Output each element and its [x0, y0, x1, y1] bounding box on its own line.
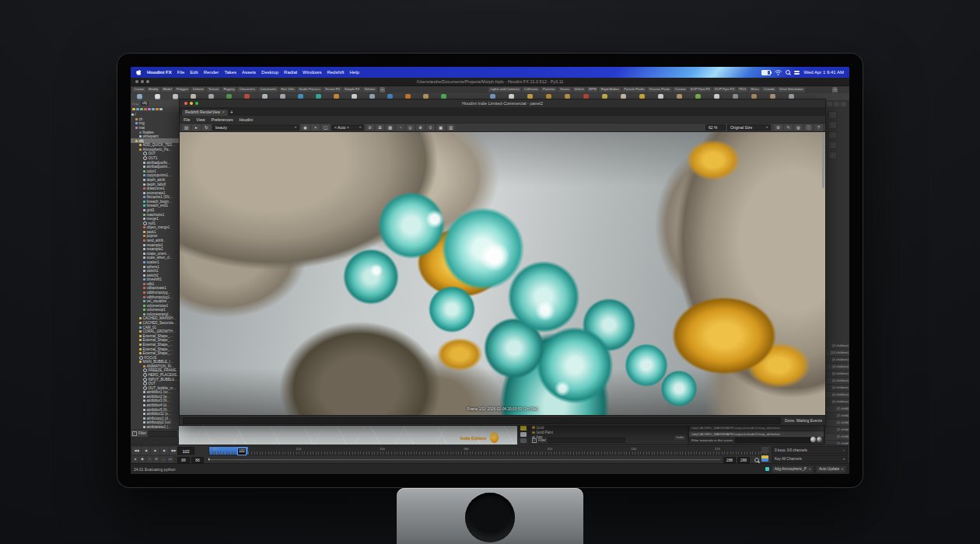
material-sphere-dark-icon[interactable]: [817, 437, 822, 442]
filter-dop-icon[interactable]: [144, 108, 147, 111]
toolbar-icon[interactable]: ⊘: [366, 124, 374, 131]
active-app-menu[interactable]: Houdini FX: [147, 70, 172, 75]
auto-mode-select[interactable]: < Auto >▾: [331, 124, 364, 131]
shelf-tab[interactable]: SOP Pyro FX: [688, 87, 712, 92]
menubar-menu-item[interactable]: Redshift: [327, 70, 344, 75]
add-shelf-tab-button[interactable]: +: [380, 87, 385, 92]
shelf-tab[interactable]: MPM: [586, 87, 598, 92]
window-traffic-lights[interactable]: [184, 102, 198, 105]
shelf-tab[interactable]: Wires: [749, 87, 761, 92]
children-count-row[interactable]: (0 children): [825, 385, 849, 392]
shelf-tab[interactable]: Crowds: [761, 87, 776, 92]
playback-end-field[interactable]: 288: [723, 457, 736, 463]
shelf-tab[interactable]: Particle Fluids: [622, 87, 646, 92]
toolbar-icon[interactable]: ▦: [386, 124, 394, 131]
shelf-tab[interactable]: PDG: [737, 87, 748, 92]
renderview-menu-item[interactable]: Preferences: [212, 117, 233, 122]
global-start-field[interactable]: 88: [177, 457, 190, 463]
search-icon[interactable]: [786, 70, 790, 75]
toolbar-icon[interactable]: ◔: [396, 124, 404, 131]
toolbar-icon[interactable]: ◉: [301, 124, 310, 131]
data-tree-icon[interactable]: [828, 152, 837, 159]
close-tab-icon[interactable]: ×: [222, 110, 225, 116]
toolbar-icon[interactable]: ✎: [784, 124, 793, 131]
material-sphere-icon[interactable]: [810, 437, 816, 442]
render-pass-select[interactable]: beauty▾: [212, 124, 299, 131]
shelf-tab[interactable]: Lights and Cameras: [488, 87, 521, 92]
scene-material-row[interactable]: /obj/CACHED_MAINSHAPE/uvquickshade2/shop…: [689, 431, 824, 438]
playhead-frame-chip[interactable]: 102: [237, 448, 247, 455]
rendered-image[interactable]: Frame 102: 2026-02-06 20:03:50 (1m:54s): [180, 132, 825, 415]
image-size-select[interactable]: Original Size▾: [727, 124, 771, 131]
shelf-tab[interactable]: Deform: [191, 87, 205, 92]
back-icon[interactable]: ◅: [132, 102, 135, 106]
menubar-menu-item[interactable]: Windows: [303, 70, 321, 75]
children-count-row[interactable]: (0 children): [825, 364, 849, 371]
toolbar-icon[interactable]: ◍: [794, 124, 803, 131]
shelf-tab[interactable]: Rigid Bodies: [599, 87, 621, 92]
keyframe-color-icon[interactable]: [761, 455, 768, 462]
filter-mat-icon[interactable]: [148, 108, 151, 111]
children-count-row[interactable]: (1 child): [825, 413, 849, 420]
forward-icon[interactable]: ▻: [136, 102, 138, 106]
toolbar-icon[interactable]: ⊕: [416, 124, 425, 131]
filter-obj-icon[interactable]: [132, 108, 135, 111]
shelf-tab[interactable]: Hair Utils: [279, 87, 296, 92]
pane-menu-icon[interactable]: [827, 102, 832, 106]
renderview-menu-item[interactable]: View: [196, 117, 205, 122]
shelf-tab[interactable]: Polygon: [174, 87, 190, 92]
menubar-menu-item[interactable]: Radial: [284, 70, 297, 75]
renderview-menu-item[interactable]: Houdini: [240, 117, 254, 122]
shelf-tab[interactable]: Texture: [206, 87, 221, 92]
shelf-tab[interactable]: Terrain FX: [323, 87, 341, 92]
menubar-menu-item[interactable]: Takes: [224, 70, 236, 75]
playbar-option-icon[interactable]: ♪: [146, 456, 152, 462]
toolbar-icon[interactable]: ⊙: [426, 124, 435, 131]
shelf-tool-icon[interactable]: [155, 94, 160, 99]
pane-split-icon[interactable]: [834, 102, 839, 106]
display-toggle-icon[interactable]: [520, 432, 527, 437]
filter-sop-icon[interactable]: [140, 108, 143, 111]
transport-button[interactable]: ▶: [160, 447, 169, 455]
filter-rop-icon[interactable]: [156, 108, 159, 111]
material-filter-input[interactable]: [548, 438, 625, 443]
playbar-option-icon[interactable]: ↔: [160, 456, 166, 462]
main-window-titlebar[interactable]: /Users/andre/Documents/Projects/Morph.hi…: [131, 78, 849, 86]
timeline[interactable]: 102 90120150180210240270: [208, 446, 768, 455]
window-traffic-lights[interactable]: [135, 80, 149, 83]
zoom-level-field[interactable]: 62 %: [705, 124, 726, 131]
shelf-tab[interactable]: Model: [161, 87, 173, 92]
filter-cop-icon[interactable]: [152, 108, 155, 111]
transport-button[interactable]: ◀: [142, 447, 150, 455]
scoped-channels-icon[interactable]: [761, 447, 768, 453]
shelf-tool-icon[interactable]: [173, 94, 178, 99]
keys-summary-select[interactable]: 0 keys, 0/0 channels×: [772, 446, 848, 454]
context-selector[interactable]: Adg Atmospheric_P▾: [772, 466, 814, 473]
pane-maximize-icon[interactable]: [841, 102, 846, 106]
playbar-option-icon[interactable]: ▭: [167, 456, 173, 462]
shelf-tab[interactable]: Particles: [541, 87, 557, 92]
global-end-field[interactable]: 288: [737, 457, 750, 463]
shade-toggle-icon[interactable]: [520, 438, 527, 443]
timeline-zoom-icon[interactable]: [754, 458, 759, 462]
children-count-row[interactable]: (14 children): [825, 350, 849, 357]
playback-range-slider[interactable]: [208, 459, 720, 460]
viewport-sliver[interactable]: Indie Edition: [179, 424, 517, 445]
playbar-option-icon[interactable]: ⟲: [153, 456, 159, 462]
children-count-row[interactable]: (1 child): [825, 434, 849, 441]
menubar-menu-item[interactable]: File: [177, 70, 185, 75]
playbar-option-icon[interactable]: ◆: [139, 456, 145, 462]
children-count-row[interactable]: (0 children): [825, 371, 849, 378]
menubar-menu-item[interactable]: Help: [349, 70, 359, 75]
scene-material-row[interactable]: /obj/CACHED_MAINSHAPE/uvquickshade1/shop…: [689, 425, 824, 431]
grid-toggle-icon[interactable]: [520, 426, 527, 431]
parameters-icon[interactable]: [828, 111, 837, 119]
toolbar-icon[interactable]: ▢: [321, 124, 330, 131]
transport-button[interactable]: ◀◀: [132, 447, 141, 455]
wifi-icon[interactable]: [775, 70, 782, 75]
playbar-option-icon[interactable]: ●: [132, 456, 138, 462]
shelf-tab[interactable]: Vellum: [572, 87, 586, 92]
key-all-channels-select[interactable]: Key All Channels▾: [772, 455, 848, 462]
menubar-menu-item[interactable]: Assets: [242, 70, 256, 75]
shelf-tab[interactable]: Viscous Fluids: [647, 87, 672, 92]
